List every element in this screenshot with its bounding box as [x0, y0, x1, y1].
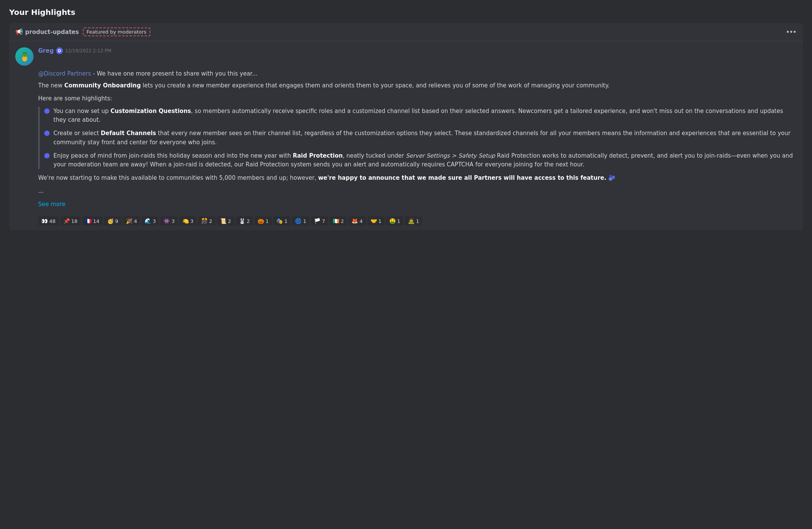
reaction-count: 1: [397, 218, 400, 224]
reaction-count: 1: [303, 218, 306, 224]
reaction-emoji: 🎉: [126, 218, 132, 224]
bullet-text-3: Enjoy peace of mind from join-raids this…: [53, 152, 797, 169]
reaction-emoji: 🇫🇷: [85, 218, 92, 224]
reaction-count: 4: [359, 218, 362, 224]
bullet-dot-2: [44, 131, 50, 136]
channel-name: product-updates: [25, 29, 79, 35]
bullet-text-2: Create or select Default Channels that e…: [53, 129, 797, 147]
message-header: 🍍 Greg D 12/19/2022 2:12 PM: [15, 47, 797, 66]
reaction-count: 2: [247, 218, 250, 224]
username: Greg: [38, 47, 54, 54]
ellipsis: ...: [38, 187, 797, 195]
message-content: @Discord Partners - We have one more pre…: [38, 69, 797, 226]
intro-line: @Discord Partners - We have one more pre…: [38, 69, 797, 78]
reaction-emoji: 🎊: [201, 218, 208, 224]
channel-tag: 📢 product-updates: [15, 28, 79, 35]
reaction-emoji: 🎃: [258, 218, 264, 224]
reaction-item[interactable]: 🇮🇪2: [330, 216, 347, 226]
reaction-item[interactable]: 🤝1: [367, 216, 385, 226]
reaction-item[interactable]: 🤑1: [386, 216, 403, 226]
reaction-count: 7: [322, 218, 325, 224]
reaction-emoji: 📜: [220, 218, 226, 224]
paragraph-2: Here are some highlights:: [38, 94, 797, 103]
reaction-count: 3: [171, 218, 174, 224]
bullet-dot-3: [44, 153, 50, 158]
reactions-container: 👀48📌18🇫🇷14🥳9🎉4🌊3👾3🍋3🎊2📜2🐰2🎃1🎭1🌀1🏳️7🇮🇪2🦊4…: [38, 213, 797, 226]
reaction-item[interactable]: 🥳9: [104, 216, 121, 226]
reaction-item[interactable]: 🎃1: [255, 216, 272, 226]
reaction-count: 18: [71, 218, 78, 224]
discord-badge-icon: D: [56, 47, 63, 54]
message-area: 🍍 Greg D 12/19/2022 2:12 PM @Discord Par…: [9, 41, 803, 230]
intro-text-after: - We have one more present to share with…: [93, 70, 257, 77]
reaction-emoji: 👀: [41, 218, 48, 224]
reaction-item[interactable]: 🎊2: [198, 216, 215, 226]
bullet-item-1: You can now set up Customization Questio…: [44, 107, 797, 125]
reaction-emoji: 🤑: [389, 218, 396, 224]
timestamp: 12/19/2022 2:12 PM: [65, 48, 111, 53]
reaction-item[interactable]: 🐰2: [236, 216, 253, 226]
paragraph-1: The new Community Onboarding lets you cr…: [38, 81, 797, 90]
reaction-count: 2: [228, 218, 231, 224]
reaction-emoji: 🌊: [145, 218, 151, 224]
mention: @Discord Partners: [38, 70, 91, 77]
reaction-item[interactable]: 🏳️7: [311, 216, 328, 226]
card-header-left: 📢 product-updates Featured by moderators: [15, 27, 150, 36]
reaction-count: 1: [284, 218, 287, 224]
bullet-dot-1: [44, 108, 50, 114]
reaction-emoji: 🍋: [182, 218, 189, 224]
reaction-emoji: 🌀: [295, 218, 301, 224]
reaction-item[interactable]: 🍋3: [179, 216, 197, 226]
reaction-count: 4: [134, 218, 137, 224]
more-options-button[interactable]: •••: [786, 27, 797, 36]
reaction-item[interactable]: 🌀1: [292, 216, 309, 226]
bullet-item-3: Enjoy peace of mind from join-raids this…: [44, 152, 797, 169]
reaction-emoji: 🎭: [276, 218, 283, 224]
reaction-emoji: 🥳: [107, 218, 114, 224]
reaction-count: 14: [93, 218, 100, 224]
avatar: 🍍: [15, 47, 34, 66]
see-more-link[interactable]: See more: [38, 200, 66, 209]
reaction-item[interactable]: 👾3: [160, 216, 177, 226]
reaction-emoji: 🦊: [351, 218, 358, 224]
reaction-emoji: 📌: [63, 218, 70, 224]
reaction-count: 2: [341, 218, 344, 224]
reaction-emoji: 🧟: [408, 218, 414, 224]
reaction-count: 3: [190, 218, 193, 224]
reaction-count: 3: [153, 218, 156, 224]
channel-icon: 📢: [15, 28, 23, 35]
reaction-emoji: 🐰: [239, 218, 245, 224]
reaction-item[interactable]: 🎭1: [273, 216, 290, 226]
bullets-block: You can now set up Customization Questio…: [38, 107, 797, 169]
reaction-emoji: 🏳️: [314, 218, 321, 224]
reaction-emoji: 🤝: [371, 218, 377, 224]
reaction-count: 2: [209, 218, 212, 224]
reaction-count: 9: [115, 218, 118, 224]
bullet-item-2: Create or select Default Channels that e…: [44, 129, 797, 147]
highlights-card: 📢 product-updates Featured by moderators…: [9, 23, 803, 230]
reaction-emoji: 🇮🇪: [333, 218, 339, 224]
paragraph-3: We're now starting to make this availabl…: [38, 174, 797, 182]
avatar-emoji: 🍍: [19, 52, 30, 61]
featured-badge: Featured by moderators: [83, 27, 150, 36]
bullet-text-1: You can now set up Customization Questio…: [53, 107, 797, 125]
reaction-item[interactable]: 📜2: [217, 216, 234, 226]
reaction-count: 1: [379, 218, 382, 224]
message-body: The new Community Onboarding lets you cr…: [38, 81, 797, 209]
reaction-item[interactable]: 🧟1: [405, 216, 422, 226]
reaction-item[interactable]: 🎉4: [123, 216, 140, 226]
card-header: 📢 product-updates Featured by moderators…: [9, 23, 803, 41]
reaction-count: 1: [416, 218, 419, 224]
reaction-emoji: 👾: [163, 218, 170, 224]
reaction-item[interactable]: 🇫🇷14: [82, 216, 103, 226]
reaction-item[interactable]: 📌18: [60, 216, 81, 226]
reaction-item[interactable]: 🦊4: [348, 216, 366, 226]
reaction-count: 1: [266, 218, 269, 224]
reaction-item[interactable]: 👀48: [38, 216, 59, 226]
page-title: Your Highlights: [9, 8, 803, 17]
reaction-count: 48: [49, 218, 56, 224]
message-meta: Greg D 12/19/2022 2:12 PM: [38, 47, 111, 54]
reaction-item[interactable]: 🌊3: [142, 216, 159, 226]
